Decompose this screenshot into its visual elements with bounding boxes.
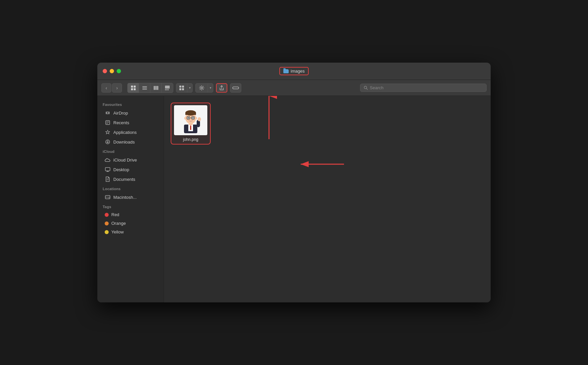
forward-icon: ›: [116, 85, 118, 91]
share-button[interactable]: [216, 83, 227, 93]
close-button[interactable]: [103, 69, 107, 73]
svg-rect-4: [142, 86, 147, 87]
view-icon-grid-button[interactable]: [128, 83, 139, 93]
folder-icon: [283, 69, 289, 73]
svg-line-21: [367, 89, 368, 90]
recents-label: Recents: [113, 120, 129, 125]
search-input[interactable]: [370, 85, 483, 90]
svg-rect-8: [155, 86, 157, 90]
gear-icon: [199, 85, 204, 91]
svg-rect-1: [134, 86, 136, 88]
window-title-text: images: [291, 69, 305, 74]
svg-rect-15: [182, 86, 184, 88]
svg-rect-13: [168, 89, 169, 90]
finder-window: images ‹ ›: [97, 63, 491, 302]
back-icon: ‹: [106, 85, 107, 91]
svg-point-56: [188, 117, 189, 119]
tag-red-label: Red: [111, 212, 119, 217]
sidebar-section-icloud: iCloud: [97, 147, 164, 155]
svg-point-49: [184, 117, 186, 120]
applications-label: Applications: [113, 130, 137, 135]
downloads-icon: [105, 139, 111, 145]
svg-point-18: [201, 87, 203, 89]
sidebar-item-macintosh[interactable]: Macintosh...: [99, 192, 162, 202]
tags-icon: [232, 85, 239, 91]
search-icon: [364, 86, 368, 90]
view-dropdown-arrow[interactable]: ▾: [187, 84, 192, 92]
tag-yellow-label: Yellow: [111, 229, 124, 234]
documents-label: Documents: [113, 177, 135, 182]
svg-rect-6: [142, 89, 147, 90]
svg-rect-12: [166, 89, 167, 90]
sidebar-item-desktop[interactable]: Desktop: [99, 165, 162, 174]
gear-button[interactable]: [196, 84, 208, 92]
icloud-drive-label: iCloud Drive: [113, 158, 137, 163]
view-dropdown-icon[interactable]: [176, 84, 187, 92]
svg-rect-16: [179, 88, 181, 90]
maximize-button[interactable]: [117, 69, 121, 73]
svg-rect-2: [131, 88, 133, 90]
desktop-icon: [105, 167, 111, 173]
edit-tags-button[interactable]: [230, 83, 241, 93]
sidebar-section-favourites: Favourites: [97, 100, 164, 108]
svg-point-22: [107, 112, 109, 114]
list-icon: [142, 85, 147, 91]
traffic-lights: [103, 69, 121, 73]
svg-rect-19: [233, 87, 239, 89]
svg-rect-7: [154, 86, 155, 90]
sidebar-item-recents[interactable]: Recents: [99, 118, 162, 127]
avatar-svg: [179, 107, 202, 133]
applications-icon: [105, 129, 111, 135]
svg-rect-9: [157, 86, 158, 90]
svg-rect-14: [179, 86, 181, 88]
search-box[interactable]: [360, 84, 487, 92]
svg-point-50: [195, 117, 197, 120]
svg-rect-29: [105, 168, 110, 171]
gear-dropdown-arrow[interactable]: ▾: [208, 84, 213, 92]
tag-orange-label: Orange: [111, 221, 126, 226]
forward-button[interactable]: ›: [112, 83, 122, 93]
back-button[interactable]: ‹: [101, 83, 111, 93]
grid-small-icon: [179, 85, 184, 91]
desktop-label: Desktop: [113, 167, 129, 172]
sidebar-item-tag-red[interactable]: Red: [99, 210, 162, 219]
sidebar-item-tag-yellow[interactable]: Yellow: [99, 228, 162, 236]
file-thumbnail: [174, 105, 207, 135]
svg-rect-44: [190, 126, 191, 130]
sidebar-item-airdrop[interactable]: AirDrop: [99, 108, 162, 118]
sidebar-item-applications[interactable]: Applications: [99, 128, 162, 137]
tag-orange-dot: [105, 221, 109, 225]
minimize-button[interactable]: [110, 69, 114, 73]
airdrop-icon: [105, 110, 111, 116]
horizontal-arrow: [297, 158, 344, 171]
svg-point-36: [109, 198, 109, 198]
downloads-label: Downloads: [113, 140, 135, 145]
view-columns-button[interactable]: [150, 83, 162, 93]
columns-icon: [153, 85, 159, 91]
view-gallery-button[interactable]: [162, 83, 173, 93]
gallery-icon: [165, 85, 170, 91]
svg-rect-0: [131, 86, 133, 88]
file-item-john[interactable]: john.png: [171, 103, 211, 145]
svg-point-57: [192, 117, 194, 119]
tag-red-dot: [105, 213, 109, 217]
titlebar: images: [97, 63, 491, 80]
harddrive-icon: [105, 194, 111, 200]
sidebar-item-icloud-drive[interactable]: iCloud Drive: [99, 155, 162, 165]
nav-buttons: ‹ ›: [101, 83, 122, 93]
view-list-button[interactable]: [139, 83, 150, 93]
view-buttons-group: [127, 83, 173, 93]
sidebar-item-downloads[interactable]: Downloads: [99, 137, 162, 147]
sidebar-item-tag-orange[interactable]: Orange: [99, 219, 162, 227]
sidebar-section-locations: Locations: [97, 184, 164, 192]
sidebar-item-documents[interactable]: Documents: [99, 175, 162, 184]
view-dropdown[interactable]: ▾: [176, 83, 193, 93]
grid-icon: [131, 85, 136, 91]
action-button-group[interactable]: ▾: [195, 83, 213, 93]
main-content: Favourites AirDrop: [97, 96, 491, 302]
sidebar-section-tags: Tags: [97, 202, 164, 210]
file-area: john.png: [164, 96, 491, 302]
svg-rect-11: [165, 89, 166, 90]
macintosh-label: Macintosh...: [113, 195, 137, 200]
vertical-arrow: [262, 96, 276, 139]
